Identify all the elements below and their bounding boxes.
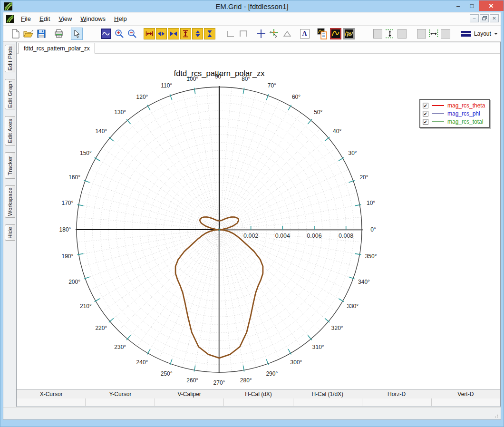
print-button[interactable] <box>53 28 65 40</box>
chart-legend: ✔mag_rcs_theta✔mag_rcs_phi✔mag_rcs_total <box>419 99 490 128</box>
angle-tick <box>308 335 311 340</box>
mdi-minimize-button[interactable]: – <box>470 14 479 22</box>
v-expand-blue-button[interactable] <box>192 28 203 39</box>
plot-area[interactable]: 0°10°20°30°40°50°60°70°80°90°100°110°120… <box>17 54 500 389</box>
mdi-close-button[interactable]: ✕ <box>490 14 499 22</box>
sidebar-tab-hide[interactable]: Hide <box>5 224 15 241</box>
sidebar-tab-edit-plots[interactable]: Edit Plots <box>5 45 15 72</box>
sidebar-tab-edit-axes[interactable]: Edit Axes <box>5 116 15 146</box>
angle-label: 20° <box>359 174 368 181</box>
radial-tick-label: 0.008 <box>339 233 353 239</box>
h-compress-blue-button[interactable] <box>168 28 179 39</box>
legend-row-mag_rcs_total: ✔mag_rcs_total <box>423 117 485 126</box>
tab-fdtd-rcs-pattern-polar-zx[interactable]: fdtd_rcs_pattern_polar_zx <box>19 43 95 54</box>
angle-label: 190° <box>62 253 74 260</box>
menu-windows[interactable]: Windows <box>76 12 110 25</box>
legend-label: mag_rcs_theta <box>447 102 485 109</box>
angle-tick <box>308 119 311 124</box>
plot-multi-button[interactable] <box>343 28 355 40</box>
select-cursor-button[interactable] <box>71 28 83 40</box>
angle-label: 310° <box>312 344 324 350</box>
mdi-document-icon <box>6 15 14 23</box>
angle-label: 240° <box>136 359 148 366</box>
angle-tick <box>109 137 114 141</box>
angle-label: 260° <box>186 377 198 384</box>
grid-ray <box>223 181 353 228</box>
distribute-horizontal-button[interactable] <box>427 28 439 40</box>
plot-with-legend-button[interactable] <box>316 28 329 40</box>
grid-ray <box>102 233 215 311</box>
title-bar: EM.Grid - [fdtdlesson1] – □ ✕ <box>0 0 504 12</box>
mdi-restore-button[interactable] <box>480 14 489 22</box>
menu-help[interactable]: Help <box>110 12 131 25</box>
align-top-button[interactable] <box>373 29 382 39</box>
save-file-button[interactable] <box>36 28 48 40</box>
grid-ray <box>220 87 232 225</box>
angle-label: 230° <box>114 344 126 350</box>
grid-ray <box>222 233 301 347</box>
crosshair-button[interactable] <box>255 28 267 40</box>
menu-edit[interactable]: Edit <box>35 12 54 25</box>
resize-grip[interactable] <box>494 413 499 418</box>
angle-tick <box>194 366 195 372</box>
align-left-button[interactable] <box>417 29 426 39</box>
plot-single-button[interactable] <box>330 28 342 40</box>
angle-label: 120° <box>136 94 148 100</box>
minimize-button[interactable]: – <box>451 0 465 11</box>
tracker-col-2: V-Caliper <box>155 391 224 398</box>
zoom-in-button[interactable] <box>113 28 125 40</box>
h-scale-expand-red-button[interactable] <box>144 28 155 39</box>
tracker-value-6 <box>431 398 500 406</box>
tracker-cursor-button[interactable] <box>268 28 280 40</box>
grid-ray <box>221 234 280 359</box>
grid-ray <box>223 233 336 311</box>
box-frame-button[interactable] <box>237 28 249 40</box>
grid-ray <box>137 233 216 347</box>
layout-button[interactable]: Layout <box>458 29 501 39</box>
angle-label: 320° <box>331 325 343 331</box>
menu-view[interactable]: View <box>54 12 76 25</box>
angle-tick <box>78 253 84 254</box>
angle-tick <box>325 318 330 322</box>
zoom-out-button[interactable] <box>126 28 138 40</box>
v-scale-expand-red-button[interactable] <box>180 28 191 39</box>
angle-tick <box>243 88 244 94</box>
sidebar-tab-workspace[interactable]: Workspace <box>5 185 15 218</box>
close-button[interactable]: ✕ <box>479 0 504 11</box>
grid-ray <box>137 113 216 226</box>
v-compress-blue-button[interactable] <box>204 28 215 39</box>
angle-label: 200° <box>68 279 80 285</box>
plot-navigate-button[interactable] <box>100 28 112 40</box>
grid-ray <box>110 233 215 321</box>
new-file-button[interactable] <box>10 28 21 40</box>
angle-label: 180° <box>59 226 71 233</box>
open-file-button[interactable] <box>22 28 34 40</box>
sidebar-tab-edit-graph[interactable]: Edit Graph <box>5 79 15 109</box>
corner-frame-button[interactable] <box>224 28 236 40</box>
grid-ray <box>110 138 215 226</box>
menu-bar: FileEditViewWindowsHelp – ✕ <box>3 12 501 26</box>
menu-file[interactable]: File <box>17 12 35 25</box>
grid-ray <box>222 120 310 226</box>
sidebar-tab-label: Workspace <box>7 187 13 216</box>
angle-tick <box>325 137 330 141</box>
maximize-button[interactable]: □ <box>465 0 479 11</box>
tracker-value-0 <box>17 398 85 406</box>
tracker-col-6: Vert-D <box>431 391 500 398</box>
angle-label: 290° <box>266 370 278 377</box>
legend-label: mag_rcs_total <box>447 118 483 125</box>
grid-ray <box>118 233 216 330</box>
h-expand-blue-button[interactable] <box>156 28 167 39</box>
legend-checkbox-mag_rcs_phi[interactable]: ✔ <box>423 111 428 116</box>
text-tool-button[interactable]: A <box>299 28 310 40</box>
legend-checkbox-mag_rcs_total[interactable]: ✔ <box>423 119 428 125</box>
align-bottom-button[interactable] <box>397 29 407 39</box>
tracker-col-3: H-Cal (dX) <box>224 391 293 398</box>
distribute-vertical-button[interactable] <box>384 28 396 40</box>
grid-ray <box>182 92 218 225</box>
sidebar-tab-tracker[interactable]: Tracker <box>5 152 15 179</box>
angle-tick <box>355 204 361 205</box>
legend-checkbox-mag_rcs_theta[interactable]: ✔ <box>423 103 428 108</box>
align-right-button[interactable] <box>441 29 450 39</box>
triangle-marker-button[interactable] <box>281 28 293 40</box>
